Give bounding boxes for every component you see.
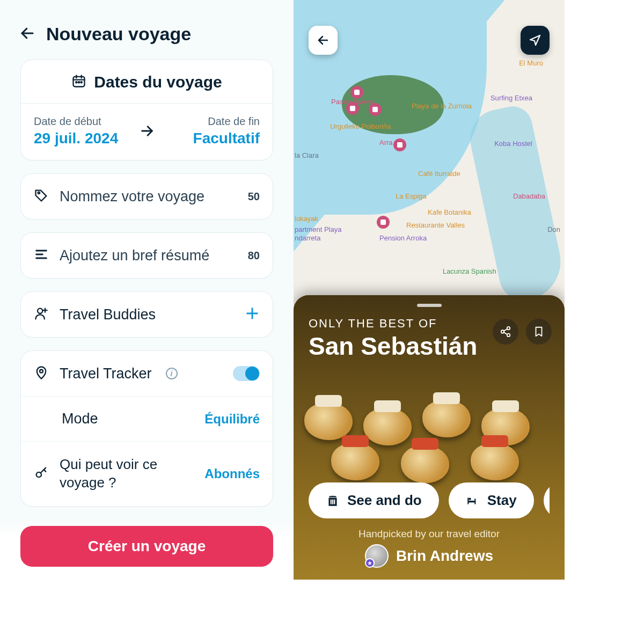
map-label: Arra [379,138,393,147]
visibility-value[interactable]: Abonnés [204,466,260,481]
map-label: Don [547,225,560,233]
map-label: Pension Arroka [379,234,427,242]
dates-section-title: Dates du voyage [94,73,222,91]
pill-stay[interactable]: Stay [449,482,534,518]
map-label: lokayak [295,215,318,223]
map-back-button[interactable] [309,26,338,55]
pill-label: Stay [487,492,517,509]
dates-card: Dates du voyage Date de début 29 juil. 2… [20,60,273,160]
svg-point-5 [76,82,77,83]
tag-icon [34,188,49,205]
map-pin[interactable] [350,86,363,99]
back-button[interactable] [19,25,35,43]
person-add-icon [34,306,49,323]
destination-sheet[interactable]: ONLY THE BEST OF San Sebastián See and d… [294,295,565,580]
trip-name-field[interactable]: Nommez votre voyage 50 [20,173,273,219]
map-label: Paseo Nuevo [331,98,373,106]
pill-see-and-do[interactable]: See and do [309,482,439,518]
category-pills: See and do Stay [309,479,550,528]
svg-point-6 [78,82,79,83]
map-label: Kafe Botanika [428,208,471,216]
map-label: La Espiga [396,192,427,200]
editor-name: Brin Andrews [396,547,493,565]
svg-point-18 [40,370,43,373]
map-pin[interactable] [393,138,406,151]
mode-value[interactable]: Équilibré [204,412,260,427]
tracker-card: Travel Tracker i Mode Équilibré Qui peut… [20,350,273,507]
end-date-field[interactable]: Date de fin Facultatif [158,104,273,160]
map-label: Playa de la Zurriola [412,102,472,110]
map-label: El Muro [519,59,543,67]
map-label: Urgulleko Polboriña [330,122,391,130]
left-header: Nouveau voyage [0,13,294,60]
trip-summary-field[interactable]: Ajoutez un bref résumé 80 [20,232,273,279]
map-label: Koba Hostel [494,140,532,148]
create-button-area: Créer un voyage [0,518,294,580]
trip-summary-limit: 80 [248,250,260,262]
handpicked-label: Handpicked by our travel editor [309,528,550,540]
trip-summary-placeholder: Ajoutez un bref résumé [60,247,237,264]
trip-name-placeholder: Nommez votre voyage [60,188,237,205]
map-label: Restaurante Valles [406,221,465,229]
destination-screen: El Muro Surfing Etxea Playa de la Zurrio… [294,0,565,580]
map-label: Café Iturralde [418,170,460,178]
svg-point-9 [38,192,40,194]
start-date-label: Date de début [34,115,123,128]
travel-buddies-label: Travel Buddies [60,306,234,323]
travel-buddies-row[interactable]: Travel Buddies [20,291,273,338]
svg-point-7 [81,82,82,83]
arrow-right-icon [136,123,158,141]
map-label: la Clara [295,151,319,159]
end-date-label: Date de fin [171,115,260,128]
location-pin-icon [34,365,49,382]
create-trip-button[interactable]: Créer un voyage [20,526,273,567]
map-label: Surfing Etxea [491,94,532,102]
map-label: ndarreta [295,234,320,242]
calendar-icon [71,74,86,91]
map-label: partment Playa [295,225,341,233]
page-title: Nouveau voyage [46,24,191,45]
map-pin[interactable] [377,216,390,229]
plus-icon[interactable] [245,306,260,323]
editor-avatar: ★ [365,544,389,568]
svg-point-13 [38,309,42,313]
end-date-value: Facultatif [171,130,260,147]
trip-name-limit: 50 [248,191,260,203]
map-label: Dabadaba [513,192,545,200]
destination-title: San Sebastián [309,332,550,361]
key-icon [34,465,49,482]
mode-label: Mode [62,411,98,427]
visibility-label: Qui peut voir ce voyage ? [60,456,178,492]
locate-me-button[interactable] [521,26,550,55]
tracker-title: Travel Tracker [60,365,152,382]
tracker-toggle[interactable] [233,366,260,381]
map-label: Lacunza Spanish [443,267,496,275]
start-date-field[interactable]: Date de début 29 juil. 2024 [21,104,136,160]
summary-icon [34,247,49,264]
start-date-value: 29 juil. 2024 [34,130,123,147]
sheet-eyebrow: ONLY THE BEST OF [309,317,550,331]
new-trip-screen: Nouveau voyage Dates du voyage Date de d… [0,0,294,580]
info-icon[interactable]: i [166,368,178,379]
pill-label: See and do [347,492,422,509]
editor-row[interactable]: ★ Brin Andrews [309,544,550,568]
pill-eat[interactable] [544,482,550,518]
